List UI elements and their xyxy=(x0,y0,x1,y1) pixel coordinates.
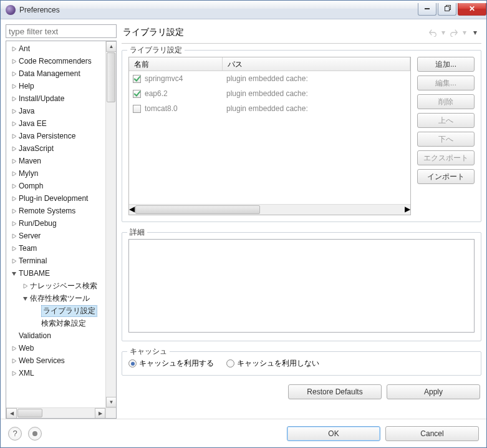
tree-item[interactable]: 検索対象設定 xyxy=(6,317,116,329)
add-button[interactable]: 追加... xyxy=(417,57,475,72)
expand-icon[interactable] xyxy=(10,82,17,90)
up-button[interactable]: 上へ xyxy=(417,113,475,128)
expand-icon[interactable] xyxy=(10,157,17,165)
expand-icon[interactable] xyxy=(10,257,17,265)
scroll-down-icon[interactable]: ▼ xyxy=(106,397,117,407)
filter-input[interactable] xyxy=(6,24,117,38)
tree-item[interactable]: Oomph xyxy=(6,180,116,192)
restore-defaults-button[interactable]: Restore Defaults xyxy=(288,384,382,399)
tree-item[interactable]: Java EE xyxy=(6,117,116,130)
expand-icon[interactable] xyxy=(10,45,17,52)
tree-item[interactable]: Install/Update xyxy=(6,92,116,105)
expand-icon[interactable] xyxy=(10,95,17,102)
expand-icon[interactable] xyxy=(10,245,17,252)
nav-forward-icon[interactable] xyxy=(449,27,459,37)
expand-icon[interactable] xyxy=(10,232,17,240)
minimize-button[interactable] xyxy=(418,3,436,16)
view-menu-icon[interactable]: ▾ xyxy=(470,27,480,37)
expand-icon[interactable] xyxy=(10,57,17,65)
table-horizontal-scrollbar[interactable]: ◀ ▶ xyxy=(129,204,410,215)
export-button[interactable]: エクスポート xyxy=(417,150,475,165)
tree-item[interactable]: Help xyxy=(6,80,116,92)
tree-item[interactable]: 依存性検索ツール xyxy=(6,292,116,304)
tree-item[interactable]: ライブラリ設定 xyxy=(6,304,116,317)
tree-item[interactable]: Validation xyxy=(6,329,116,342)
table-row[interactable]: eap6.2plugin embedded cache: xyxy=(129,86,410,101)
row-checkbox[interactable] xyxy=(133,105,141,113)
tree-item[interactable]: Code Recommenders xyxy=(6,55,116,67)
tree-item[interactable]: XML xyxy=(6,367,116,379)
cancel-button[interactable]: Cancel xyxy=(385,426,479,441)
expand-icon[interactable] xyxy=(10,107,17,115)
scroll-thumb[interactable] xyxy=(107,52,115,102)
progress-icon[interactable] xyxy=(28,427,42,441)
library-table[interactable]: 名前 パス springmvc4plugin embedded cache:ea… xyxy=(128,57,411,215)
expand-icon[interactable] xyxy=(10,369,17,377)
cache-nouse-radio[interactable]: キャッシュを利用しない xyxy=(226,358,319,369)
scroll-left-icon[interactable]: ◀ xyxy=(129,205,135,215)
expand-icon[interactable] xyxy=(10,70,17,77)
ok-button[interactable]: OK xyxy=(287,426,380,441)
detail-textarea[interactable] xyxy=(128,239,475,333)
expand-icon[interactable] xyxy=(10,132,17,140)
expand-icon[interactable] xyxy=(10,220,17,227)
row-name: tomcat8.0 xyxy=(145,104,178,113)
tree-item[interactable]: Run/Debug xyxy=(6,217,116,230)
tree-item[interactable]: Remote Systems xyxy=(6,205,116,217)
apply-button[interactable]: Apply xyxy=(387,384,480,399)
expand-icon[interactable] xyxy=(10,195,17,202)
collapse-icon[interactable] xyxy=(21,295,29,302)
tree-item[interactable]: Java Persistence xyxy=(6,130,116,142)
expand-icon[interactable] xyxy=(10,357,17,364)
delete-button[interactable]: 削除 xyxy=(417,94,475,109)
expand-icon[interactable] xyxy=(10,182,17,190)
expand-icon[interactable] xyxy=(10,145,17,152)
expand-icon[interactable] xyxy=(21,282,29,290)
tree-item[interactable]: Ant xyxy=(6,42,116,55)
tree-item[interactable]: Web Services xyxy=(6,354,116,367)
expand-icon[interactable] xyxy=(10,344,17,352)
tree-item[interactable]: TUBAME xyxy=(6,267,116,280)
page-title: ライブラリ設定 xyxy=(123,27,428,38)
nav-back-icon[interactable] xyxy=(428,27,438,37)
tree-item[interactable]: Java xyxy=(6,105,116,117)
scroll-right-icon[interactable]: ▶ xyxy=(95,408,105,419)
help-icon[interactable]: ? xyxy=(8,427,22,441)
scroll-thumb[interactable] xyxy=(135,205,260,214)
scroll-up-icon[interactable]: ▲ xyxy=(106,41,117,52)
tree-item[interactable]: Server xyxy=(6,230,116,242)
collapse-icon[interactable] xyxy=(10,270,17,277)
column-header-name[interactable]: 名前 xyxy=(129,57,223,71)
scroll-right-icon[interactable]: ▶ xyxy=(405,205,410,215)
tree-item[interactable]: ナレッジベース検索 xyxy=(6,280,116,292)
scroll-thumb[interactable] xyxy=(17,409,42,417)
close-button[interactable]: ✕ xyxy=(458,3,486,16)
cache-use-radio[interactable]: キャッシュを利用する xyxy=(128,358,214,369)
tree-item[interactable]: JavaScript xyxy=(6,142,116,155)
import-button[interactable]: インポート xyxy=(417,169,475,184)
tree-item[interactable]: Maven xyxy=(6,155,116,167)
row-checkbox[interactable] xyxy=(133,90,141,98)
down-button[interactable]: 下へ xyxy=(417,132,475,147)
expand-icon[interactable] xyxy=(10,170,17,177)
tree-item-label: Java EE xyxy=(19,119,47,128)
scroll-left-icon[interactable]: ◀ xyxy=(6,408,17,419)
tree-item[interactable]: Mylyn xyxy=(6,167,116,180)
tree-horizontal-scrollbar[interactable]: ◀ ▶ xyxy=(6,407,105,418)
row-checkbox[interactable] xyxy=(133,75,141,83)
column-header-path[interactable]: パス xyxy=(223,57,410,71)
tree-item[interactable]: Team xyxy=(6,242,116,255)
table-row[interactable]: springmvc4plugin embedded cache: xyxy=(129,71,410,86)
tree-item[interactable]: Terminal xyxy=(6,255,116,267)
preference-tree[interactable]: AntCode RecommendersData ManagementHelpI… xyxy=(6,41,117,419)
tree-item-label: Team xyxy=(19,244,37,253)
table-row[interactable]: tomcat8.0plugin embedded cache: xyxy=(129,101,410,116)
tree-vertical-scrollbar[interactable]: ▲ ▼ xyxy=(105,41,116,407)
tree-item[interactable]: Plug-in Development xyxy=(6,192,116,205)
tree-item[interactable]: Data Management xyxy=(6,67,116,80)
tree-item[interactable]: Web xyxy=(6,342,116,354)
maximize-button[interactable] xyxy=(438,3,456,16)
expand-icon[interactable] xyxy=(10,120,17,127)
edit-button[interactable]: 編集... xyxy=(417,75,475,90)
expand-icon[interactable] xyxy=(10,207,17,215)
